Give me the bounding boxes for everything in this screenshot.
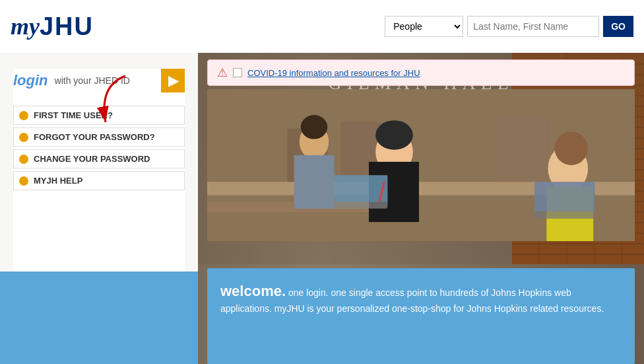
- alert-warning-icon: ⚠: [217, 65, 228, 80]
- login-label: login: [13, 72, 48, 89]
- menu-item-myjh-help[interactable]: MYJH HELP: [13, 171, 185, 190]
- logo-my: my: [11, 13, 40, 40]
- svg-point-14: [555, 131, 589, 165]
- menu-dot-icon: [19, 111, 28, 120]
- sidebar-bottom-blue: [0, 272, 198, 364]
- menu-item-label: MYJH HELP: [34, 176, 82, 186]
- menu-item-first-time[interactable]: FIRST TIME USER?: [13, 106, 185, 125]
- alert-banner: ⚠ COVID-19 information and resources for…: [207, 59, 635, 86]
- menu-dot-icon: [19, 133, 28, 142]
- header: my JHU People Courses Departments GO: [0, 0, 644, 53]
- logo-container: my JHU: [11, 13, 385, 41]
- svg-rect-19: [534, 182, 595, 211]
- sidebar-menu: FIRST TIME USER? FORGOT YOUR PASSWORD? C…: [13, 106, 185, 190]
- search-input[interactable]: [467, 16, 599, 37]
- login-sub-label: with your JHED ID: [55, 75, 130, 86]
- welcome-section: welcome. one login. one single access po…: [207, 268, 635, 364]
- login-heading: login with your JHED ID ▶: [13, 69, 185, 92]
- logo-jhu: JHU: [40, 13, 94, 41]
- students-photo: [207, 89, 635, 241]
- menu-item-change-password[interactable]: CHANGE YOUR PASSWORD: [13, 149, 185, 168]
- menu-item-label: CHANGE YOUR PASSWORD: [34, 154, 150, 164]
- svg-point-11: [301, 115, 328, 139]
- menu-dot-icon: [19, 155, 28, 164]
- arrow-right-icon: ▶: [168, 73, 178, 89]
- menu-item-label: FIRST TIME USER?: [34, 110, 113, 120]
- alert-link[interactable]: COVID-19 information and resources for J…: [247, 68, 420, 78]
- main-container: login with your JHED ID ▶: [0, 53, 644, 364]
- menu-item-forgot-password[interactable]: FORGOT YOUR PASSWORD?: [13, 127, 185, 147]
- alert-checkbox-icon: [233, 68, 242, 77]
- welcome-bold-label: welcome.: [220, 283, 286, 299]
- search-category-select[interactable]: People Courses Departments: [385, 16, 463, 37]
- sidebar: login with your JHED ID ▶: [0, 53, 198, 364]
- search-go-button[interactable]: GO: [603, 16, 633, 37]
- header-search: People Courses Departments GO: [385, 16, 633, 37]
- svg-rect-6: [494, 115, 548, 182]
- menu-dot-icon: [19, 176, 28, 186]
- content-area: GILMAN HALL ⚠ COVID-19 information and r…: [198, 53, 644, 364]
- login-arrow-button[interactable]: ▶: [161, 69, 185, 92]
- sidebar-top: login with your JHED ID ▶: [13, 69, 185, 272]
- svg-rect-12: [294, 155, 335, 209]
- welcome-text: welcome. one login. one single access po…: [220, 280, 622, 316]
- menu-item-label: FORGOT YOUR PASSWORD?: [34, 132, 155, 142]
- svg-point-8: [375, 120, 413, 150]
